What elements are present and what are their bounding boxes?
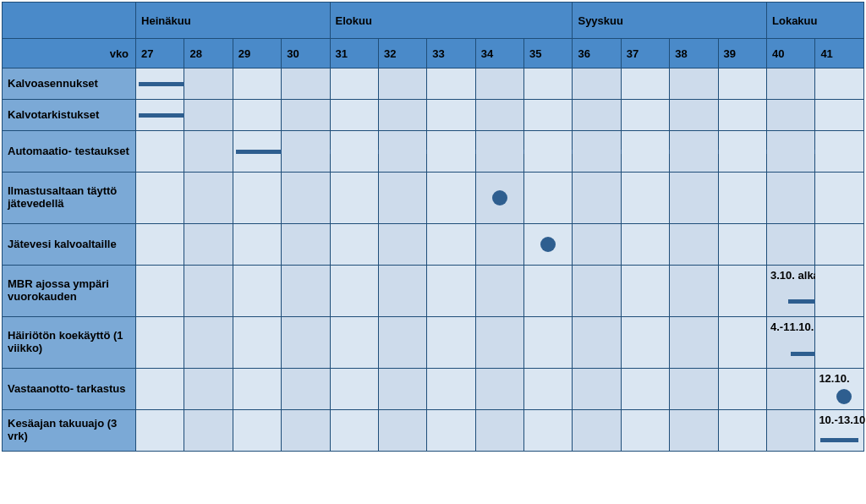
cell: [573, 410, 621, 452]
cell: [233, 266, 281, 317]
cell: [573, 100, 621, 131]
week-header-38: 38: [670, 39, 718, 68]
task-label: Kalvoasennukset: [3, 68, 136, 100]
cell: [427, 131, 475, 173]
cell: [136, 266, 184, 317]
cell: [330, 68, 378, 100]
week-header-41: 41: [815, 39, 864, 68]
cell: [233, 131, 281, 173]
cell: [573, 317, 621, 369]
cell: [670, 173, 718, 224]
cell: [184, 266, 233, 317]
cell: [136, 173, 184, 224]
cell: [718, 317, 766, 369]
cell: 3.10. alkaen: [767, 266, 815, 317]
cell: [718, 173, 766, 224]
cell: [330, 173, 378, 224]
gantt-table: HeinäkuuElokuuSyyskuuLokakuu vko 2728293…: [2, 2, 864, 452]
week-header-32: 32: [378, 39, 426, 68]
cell: [427, 173, 475, 224]
cell: [524, 68, 573, 100]
cell: [621, 410, 669, 452]
cell: [670, 131, 718, 173]
cell: [427, 410, 475, 452]
cell: [767, 173, 815, 224]
cell: [815, 224, 864, 266]
month-header-0: Heinäkuu: [136, 3, 331, 39]
cell: [378, 173, 426, 224]
cell: [282, 173, 330, 224]
cell: [573, 266, 621, 317]
cell: [524, 369, 573, 410]
task-label: Häiriötön koekäyttö (1 viikko): [3, 317, 136, 369]
cell: [282, 68, 330, 100]
cell: [573, 173, 621, 224]
cell: [718, 266, 766, 317]
week-header-40: 40: [767, 39, 815, 68]
cell: [184, 410, 233, 452]
task-label: MBR ajossa ympäri vuorokauden: [3, 266, 136, 317]
month-header-3: Lokakuu: [767, 3, 864, 39]
cell: [621, 131, 669, 173]
cell: [475, 100, 523, 131]
cell: [378, 100, 426, 131]
cell: [767, 369, 815, 410]
cell: [524, 173, 573, 224]
cell: [378, 369, 426, 410]
milestone-dot: [836, 389, 852, 404]
cell: [524, 266, 573, 317]
cell: [282, 131, 330, 173]
cell: [475, 266, 523, 317]
cell: [282, 100, 330, 131]
cell: [427, 266, 475, 317]
cell: [670, 369, 718, 410]
week-header-36: 36: [573, 39, 621, 68]
cell: [524, 224, 573, 266]
task-label: Kesäajan takuuajo (3 vrk): [3, 410, 136, 452]
cell: [718, 224, 766, 266]
cell: [136, 369, 184, 410]
week-header-29: 29: [233, 39, 281, 68]
cell: [427, 68, 475, 100]
cell: [427, 100, 475, 131]
cell: [136, 68, 184, 100]
cell: [670, 266, 718, 317]
cell: [233, 100, 281, 131]
week-header-28: 28: [184, 39, 233, 68]
cell: [330, 410, 378, 452]
cell: [136, 131, 184, 173]
cell: [524, 100, 573, 131]
cell: [427, 369, 475, 410]
cell: [767, 100, 815, 131]
month-header-1: Elokuu: [330, 3, 573, 39]
cell: [233, 369, 281, 410]
cell: [475, 68, 523, 100]
cell: [815, 100, 864, 131]
cell: [184, 369, 233, 410]
task-label: Automaatio- testaukset: [3, 131, 136, 173]
cell: [475, 173, 523, 224]
cell: [815, 173, 864, 224]
cell: 10.-13.10.: [815, 410, 864, 452]
cell: [136, 410, 184, 452]
cell: [233, 173, 281, 224]
cell: [621, 266, 669, 317]
task-label: Vastaanotto- tarkastus: [3, 369, 136, 410]
cell: [378, 410, 426, 452]
milestone-dot: [492, 190, 507, 205]
cell: [282, 317, 330, 369]
week-header-30: 30: [282, 39, 330, 68]
cell: [282, 266, 330, 317]
cell: [136, 100, 184, 131]
cell: [475, 224, 523, 266]
week-header-27: 27: [136, 39, 184, 68]
cell: [475, 317, 523, 369]
task-label: Kalvotarkistukset: [3, 100, 136, 131]
month-header-2: Syyskuu: [573, 3, 767, 39]
week-header-34: 34: [475, 39, 523, 68]
cell: [136, 317, 184, 369]
cell: [184, 317, 233, 369]
cell: [621, 173, 669, 224]
cell: [282, 410, 330, 452]
cell: [184, 224, 233, 266]
